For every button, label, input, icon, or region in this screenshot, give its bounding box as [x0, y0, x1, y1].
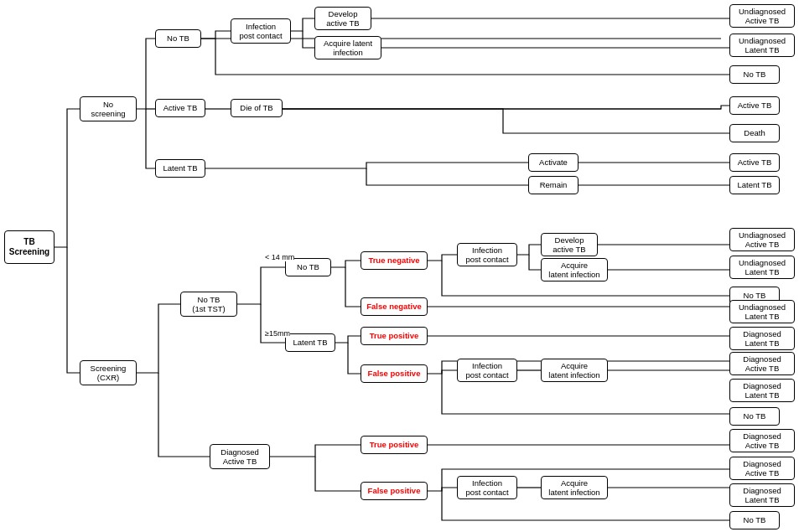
infection-post-contact-3-node: Infection post contact [457, 359, 517, 382]
acquire-latent-4-node: Acquire latent infection [541, 476, 608, 499]
acquire-latent-1-node: Acquire latent infection [314, 36, 381, 59]
false-positive-1-node: False positive [361, 364, 428, 383]
out-no-tb-4: No TB [729, 511, 780, 529]
out-undiag-latent-3: Undiagnosed Latent TB [729, 300, 795, 323]
infection-post-contact-2-node: Infection post contact [457, 243, 517, 266]
label-gte-15mm: ≥15mm [265, 329, 290, 338]
out-active-tb-1: Active TB [729, 96, 780, 115]
latent-tb-1-node: Latent TB [155, 159, 205, 178]
develop-active-tb-1-node: Develop active TB [314, 7, 371, 30]
out-no-tb-1: No TB [729, 65, 780, 84]
out-diag-active-3: Diagnosed Active TB [729, 457, 795, 480]
out-death-1: Death [729, 124, 780, 142]
infection-post-contact-4-node: Infection post contact [457, 476, 517, 499]
out-latent-tb-1: Latent TB [729, 176, 780, 194]
out-diag-latent-1: Diagnosed Latent TB [729, 327, 795, 350]
out-diag-active-1: Diagnosed Active TB [729, 352, 795, 375]
true-positive-1-node: True positive [361, 327, 428, 345]
out-no-tb-3: No TB [729, 407, 780, 426]
latent-tb-2nd-node: Latent TB [285, 333, 335, 352]
out-diag-active-2: Diagnosed Active TB [729, 429, 795, 452]
develop-active-tb-2-node: Develop active TB [541, 233, 598, 256]
no-screening-node: No screening [80, 96, 137, 121]
out-diag-latent-2: Diagnosed Latent TB [729, 379, 795, 402]
out-active-tb-2: Active TB [729, 153, 780, 172]
diagram: TB Screening No screening Screening (CXR… [0, 0, 799, 532]
true-negative-node: True negative [361, 251, 428, 270]
out-undiag-latent-1: Undiagnosed Latent TB [729, 34, 795, 57]
tb-screening-node: TB Screening [4, 230, 54, 264]
activate-node: Activate [528, 153, 578, 172]
true-positive-2-node: True positive [361, 436, 428, 454]
out-diag-latent-3: Diagnosed Latent TB [729, 483, 795, 507]
acquire-latent-2-node: Acquire latent infection [541, 258, 608, 281]
no-tb-1st-tst-node: No TB (1st TST) [180, 292, 237, 317]
out-undiag-active-2: Undiagnosed Active TB [729, 228, 795, 251]
false-negative-node: False negative [361, 297, 428, 316]
label-lt-14mm: < 14 mm [265, 253, 294, 261]
out-undiag-latent-2: Undiagnosed Latent TB [729, 256, 795, 279]
no-tb-1-node: No TB [155, 29, 201, 48]
die-of-tb-node: Die of TB [231, 99, 283, 117]
active-tb-1-node: Active TB [155, 99, 205, 117]
diagnosed-active-tb-node: Diagnosed Active TB [210, 444, 270, 469]
acquire-latent-3-node: Acquire latent infection [541, 359, 608, 382]
out-undiag-active-1: Undiagnosed Active TB [729, 4, 795, 28]
remain-node: Remain [528, 176, 578, 194]
infection-post-contact-1-node: Infection post contact [231, 18, 291, 44]
screening-cxr-node: Screening (CXR) [80, 360, 137, 385]
false-positive-2-node: False positive [361, 482, 428, 500]
